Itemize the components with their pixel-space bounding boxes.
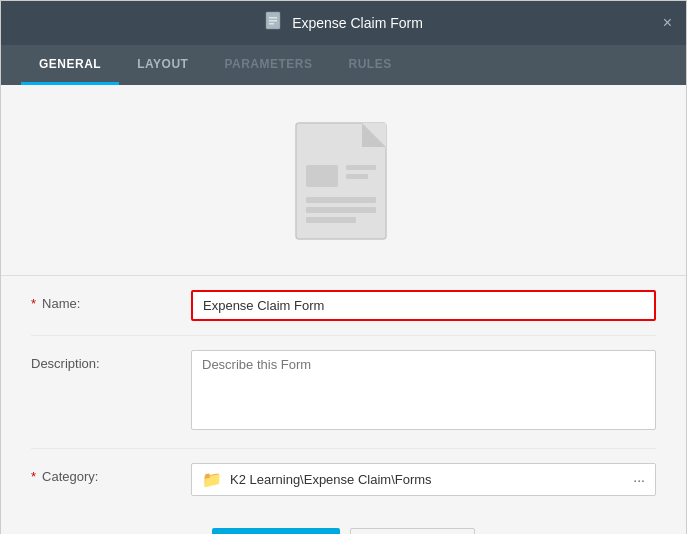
category-required-star: * — [31, 469, 36, 484]
category-selector[interactable]: 📁 K2 Learning\Expense Claim\Forms ··· — [191, 463, 656, 496]
svg-rect-7 — [346, 165, 376, 170]
description-field — [191, 350, 656, 434]
create-button[interactable]: CREATE — [212, 528, 339, 534]
svg-rect-9 — [306, 197, 376, 203]
tab-rules: RULES — [331, 45, 410, 85]
close-icon[interactable]: × — [663, 15, 672, 31]
name-field — [191, 290, 656, 321]
category-value: K2 Learning\Expense Claim\Forms — [230, 472, 633, 487]
name-row: * Name: — [31, 276, 656, 336]
svg-rect-10 — [306, 207, 376, 213]
category-field: 📁 K2 Learning\Expense Claim\Forms ··· — [191, 463, 656, 496]
name-label: * Name: — [31, 290, 191, 311]
folder-icon: 📁 — [202, 470, 222, 489]
form-area: * Name: Description: * — [1, 276, 686, 510]
title-bar: Expense Claim Form × — [1, 1, 686, 45]
name-input[interactable] — [191, 290, 656, 321]
svg-rect-6 — [306, 165, 338, 187]
tab-parameters: PARAMETERS — [206, 45, 330, 85]
description-label: Description: — [31, 350, 191, 371]
category-more-icon[interactable]: ··· — [633, 472, 645, 488]
tab-general[interactable]: GENERAL — [21, 45, 119, 85]
form-title-icon — [264, 11, 284, 36]
form-icon-area — [284, 85, 404, 275]
tab-layout[interactable]: LAYOUT — [119, 45, 206, 85]
title-bar-text: Expense Claim Form — [292, 15, 423, 31]
button-row: CREATE DISCARD — [1, 510, 686, 534]
svg-rect-3 — [269, 23, 274, 25]
category-row: * Category: 📁 K2 Learning\Expense Claim\… — [31, 449, 656, 510]
form-document-icon — [284, 115, 404, 255]
description-row: Description: — [31, 336, 656, 449]
description-input[interactable] — [191, 350, 656, 430]
svg-rect-11 — [306, 217, 356, 223]
category-label: * Category: — [31, 463, 191, 484]
content-area: * Name: Description: * — [1, 85, 686, 534]
app-window: Expense Claim Form × GENERAL LAYOUT PARA… — [0, 0, 687, 534]
discard-button[interactable]: DISCARD — [350, 528, 475, 534]
tab-bar: GENERAL LAYOUT PARAMETERS RULES — [1, 45, 686, 85]
name-required-star: * — [31, 296, 36, 311]
svg-rect-1 — [269, 17, 277, 19]
svg-rect-2 — [269, 20, 277, 22]
svg-rect-8 — [346, 174, 368, 179]
